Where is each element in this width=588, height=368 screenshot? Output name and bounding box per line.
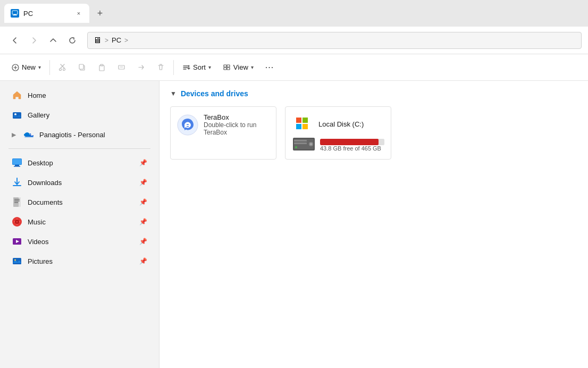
more-icon: ··· bbox=[265, 63, 274, 72]
svg-point-4 bbox=[60, 69, 62, 71]
cut-button[interactable] bbox=[53, 58, 72, 77]
sidebar-gallery-label: Gallery bbox=[28, 111, 147, 119]
tab-pc-icon bbox=[11, 9, 19, 18]
terabox-name: TeraBox bbox=[204, 113, 270, 121]
sidebar-pictures-label: Pictures bbox=[28, 257, 134, 265]
svg-rect-12 bbox=[227, 65, 230, 67]
svg-rect-37 bbox=[303, 124, 308, 129]
desktop-pin-icon: 📌 bbox=[139, 159, 147, 166]
copy-button[interactable] bbox=[73, 58, 91, 77]
sidebar-downloads-label: Downloads bbox=[28, 179, 134, 187]
downloads-pin-icon: 📌 bbox=[139, 179, 147, 186]
tab-close-button[interactable]: × bbox=[74, 9, 83, 18]
section-chevron-icon[interactable]: ▼ bbox=[170, 90, 177, 97]
home-icon bbox=[12, 90, 22, 101]
sidebar-onedrive-label: Panagiotis - Personal bbox=[39, 131, 147, 139]
svg-rect-11 bbox=[224, 65, 226, 67]
sidebar-item-music[interactable]: Music 📌 bbox=[3, 212, 156, 231]
local-disk-c-item[interactable]: Local Disk (C:) bbox=[285, 106, 391, 160]
sidebar-divider bbox=[9, 148, 150, 149]
svg-rect-25 bbox=[14, 202, 18, 203]
downloads-icon bbox=[12, 177, 22, 188]
forward-button[interactable] bbox=[26, 32, 43, 49]
navigation-bar: 🖥 > PC > bbox=[0, 27, 588, 54]
svg-rect-34 bbox=[296, 118, 301, 123]
svg-rect-2 bbox=[13, 15, 17, 15]
sidebar-item-videos[interactable]: Videos 📌 bbox=[3, 232, 156, 251]
music-icon bbox=[12, 216, 22, 227]
svg-rect-7 bbox=[79, 64, 83, 69]
refresh-button[interactable] bbox=[64, 32, 81, 49]
pictures-pin-icon: 📌 bbox=[139, 257, 147, 265]
desktop-icon bbox=[12, 157, 22, 168]
sidebar: Home Gallery ▶ Panagiotis - Personal Des… bbox=[0, 81, 159, 368]
terabox-icon bbox=[177, 114, 198, 136]
sidebar-item-desktop[interactable]: Desktop 📌 bbox=[3, 153, 156, 172]
disk-c-top: Local Disk (C:) bbox=[292, 113, 384, 135]
section-title: Devices and drives bbox=[181, 89, 248, 98]
view-dropdown-icon: ▾ bbox=[251, 64, 254, 70]
toolbar-divider-1 bbox=[49, 60, 50, 75]
section-header: ▼ Devices and drives bbox=[170, 89, 577, 98]
music-pin-icon: 📌 bbox=[139, 218, 147, 225]
new-tab-button[interactable]: + bbox=[91, 5, 108, 22]
sidebar-desktop-label: Desktop bbox=[28, 159, 134, 167]
pictures-icon bbox=[12, 256, 22, 266]
videos-pin-icon: 📌 bbox=[139, 238, 147, 245]
svg-point-42 bbox=[310, 143, 312, 145]
new-button[interactable]: New ▾ bbox=[6, 58, 46, 77]
svg-rect-44 bbox=[294, 140, 307, 141]
sidebar-item-home[interactable]: Home bbox=[3, 86, 156, 105]
content-area: ▼ Devices and drives TeraBox bbox=[159, 81, 588, 368]
view-button-label: View bbox=[233, 63, 248, 71]
delete-button[interactable] bbox=[152, 58, 170, 77]
sidebar-music-label: Music bbox=[28, 218, 134, 226]
drives-grid: TeraBox Double-click to run TeraBox bbox=[170, 106, 577, 160]
disk-c-bar-fill bbox=[320, 139, 379, 145]
address-pc-icon: 🖥 bbox=[93, 36, 102, 45]
terabox-top: TeraBox Double-click to run TeraBox bbox=[177, 113, 270, 136]
svg-rect-31 bbox=[13, 258, 21, 264]
more-button[interactable]: ··· bbox=[260, 58, 279, 77]
svg-rect-35 bbox=[303, 118, 308, 123]
documents-pin-icon: 📌 bbox=[139, 198, 147, 206]
svg-point-32 bbox=[14, 260, 16, 261]
view-button[interactable]: View ▾ bbox=[217, 58, 259, 77]
breadcrumb-pc: PC bbox=[112, 36, 121, 44]
onedrive-icon bbox=[23, 129, 34, 140]
terabox-subtitle: Double-click to run TeraBox bbox=[204, 121, 270, 136]
gallery-icon bbox=[12, 110, 22, 120]
svg-rect-14 bbox=[227, 68, 230, 70]
sidebar-item-documents[interactable]: Documents 📌 bbox=[3, 193, 156, 212]
svg-rect-15 bbox=[13, 112, 21, 119]
sidebar-item-pictures[interactable]: Pictures 📌 bbox=[3, 252, 156, 271]
svg-rect-20 bbox=[13, 159, 21, 164]
rename-button[interactable] bbox=[112, 58, 131, 77]
tab-title: PC bbox=[23, 10, 70, 18]
sidebar-item-onedrive[interactable]: ▶ Panagiotis - Personal bbox=[3, 125, 156, 144]
sidebar-videos-label: Videos bbox=[28, 238, 134, 246]
up-button[interactable] bbox=[45, 32, 62, 49]
hdd-icon bbox=[292, 136, 316, 153]
terabox-info: TeraBox Double-click to run TeraBox bbox=[204, 113, 270, 136]
svg-rect-36 bbox=[296, 124, 301, 129]
sidebar-home-label: Home bbox=[28, 91, 147, 99]
sort-button-label: Sort bbox=[193, 63, 206, 71]
sidebar-item-gallery[interactable]: Gallery bbox=[3, 105, 156, 124]
share-button[interactable] bbox=[132, 58, 150, 77]
paste-button[interactable] bbox=[93, 58, 111, 77]
svg-rect-0 bbox=[12, 11, 18, 14]
terabox-drive-item[interactable]: TeraBox Double-click to run TeraBox bbox=[170, 106, 276, 160]
svg-rect-24 bbox=[14, 200, 20, 202]
address-bar[interactable]: 🖥 > PC > bbox=[87, 32, 582, 49]
tab-bar: PC × + bbox=[0, 0, 588, 27]
toolbar: New ▾ Sort ▾ View ▾ ··· bbox=[0, 54, 588, 81]
tab-pc[interactable]: PC × bbox=[4, 4, 89, 23]
back-button[interactable] bbox=[6, 32, 23, 49]
sidebar-item-downloads[interactable]: Downloads 📌 bbox=[3, 173, 156, 192]
svg-point-5 bbox=[63, 69, 65, 71]
disk-c-icon bbox=[292, 113, 313, 135]
svg-point-43 bbox=[295, 146, 297, 148]
new-dropdown-icon: ▾ bbox=[38, 64, 41, 70]
sort-button[interactable]: Sort ▾ bbox=[177, 58, 216, 77]
